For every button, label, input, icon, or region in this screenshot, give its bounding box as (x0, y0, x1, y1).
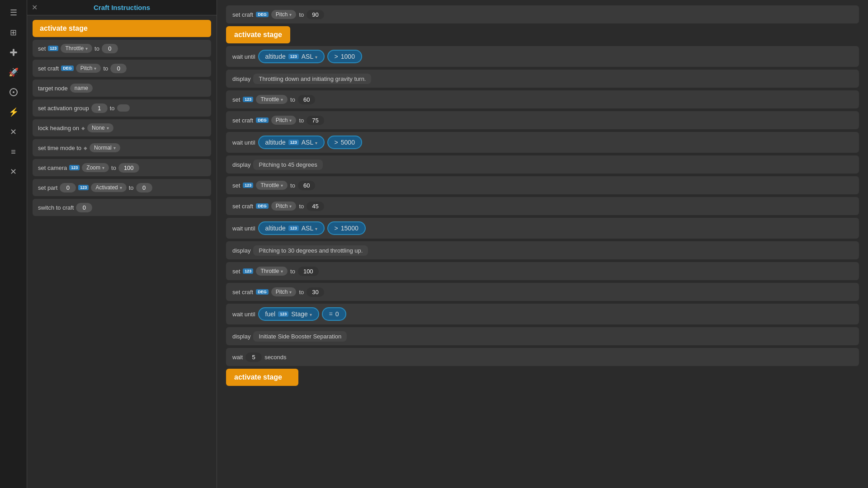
m-throttle-pill1[interactable]: Throttle ▾ (256, 95, 288, 104)
m-pitch-pill2[interactable]: Pitch ▾ (271, 116, 297, 125)
m-pitch-pill4[interactable]: Pitch ▾ (271, 287, 297, 296)
operator-5000[interactable]: > 5000 (327, 136, 362, 149)
m-to3: to (299, 117, 304, 124)
craft-instructions-panel: ✕ Craft Instructions activate stage set … (27, 0, 217, 488)
sidebar-x-icon[interactable]: ✕ (5, 123, 23, 141)
switch-value[interactable]: 0 (76, 203, 92, 212)
m-pitch-val2[interactable]: 75 (307, 116, 324, 125)
panel-title: Craft Instructions (94, 4, 150, 11)
sidebar-menu-icon[interactable]: ☰ (5, 4, 23, 22)
m-set1: set (232, 96, 240, 103)
to-label2: to (103, 65, 108, 72)
m-pitch-val1[interactable]: 90 (307, 10, 324, 19)
activate-stage-block-left[interactable]: activate stage (33, 20, 211, 37)
svg-rect-1 (13, 49, 14, 56)
activation-toggle[interactable] (117, 104, 130, 112)
main-activate-stage[interactable]: activate stage (226, 26, 290, 43)
main-set-pitch-45: set craft DEG Pitch ▾ to 45 (226, 197, 859, 215)
m-throttle-val3[interactable]: 100 (298, 267, 319, 276)
main-content: set craft DEG Pitch ▾ to 90 activate sta… (217, 0, 868, 488)
m-pitch-val4[interactable]: 30 (307, 287, 324, 297)
m-pitch-pill1[interactable]: Pitch ▾ (271, 10, 297, 19)
gt-operator2: > (335, 139, 338, 146)
sidebar-rocket-icon[interactable]: 🚀 (5, 63, 23, 81)
operator-15000[interactable]: > 15000 (327, 221, 366, 235)
part-value2[interactable]: 0 (136, 183, 152, 192)
operator-1000[interactable]: > 1000 (327, 50, 362, 63)
fuel-label: fuel (265, 310, 276, 318)
sidebar-add-icon[interactable] (5, 43, 23, 61)
altitude-label2: altitude (265, 139, 286, 146)
m-pitch-val3[interactable]: 45 (307, 202, 324, 211)
throttle-value[interactable]: 0 (102, 44, 118, 53)
m-pitch-pill3[interactable]: Pitch ▾ (271, 202, 297, 211)
set-camera-block: set camera 123 Zoom ▾ to 100 (33, 159, 211, 176)
camera-to: to (111, 164, 116, 171)
operator-fuel[interactable]: = 0 (322, 307, 346, 321)
sidebar-x2-icon[interactable]: ✕ (5, 163, 23, 181)
set-label: set (38, 45, 46, 52)
activation-value[interactable]: 1 (91, 103, 108, 113)
switch-to-craft-block: switch to craft 0 (33, 199, 211, 216)
value-1000[interactable]: 1000 (341, 53, 355, 60)
asl-param2[interactable]: ASL ▾ (302, 139, 317, 146)
pitch-value[interactable]: 0 (110, 64, 127, 73)
time-mode-label: set time mode to (38, 145, 81, 151)
m-display1: display (232, 75, 250, 82)
m-throttle-pill2[interactable]: Throttle ▾ (256, 181, 288, 190)
name-pill[interactable]: name (70, 84, 93, 93)
sidebar-grid-icon[interactable]: ⊞ (5, 23, 23, 42)
m-throttle-pill3[interactable]: Throttle ▾ (256, 267, 288, 276)
part-value1[interactable]: 0 (60, 183, 76, 192)
activation-label: set activation group (38, 105, 89, 112)
target-node-block: target node name (33, 80, 211, 97)
none-pill[interactable]: None ▾ (87, 123, 113, 132)
zoom-value[interactable]: 100 (118, 163, 139, 173)
m-wait-until3: wait until (232, 225, 255, 232)
main-set-throttle-60a: set 123 Throttle ▾ to 60 (226, 90, 859, 108)
asl-badge2: 123 (288, 140, 299, 145)
m-set2: set (232, 182, 240, 189)
m-deg-badge1: DEG (256, 12, 269, 17)
panel-header: ✕ Craft Instructions (27, 0, 217, 15)
close-button[interactable]: ✕ (32, 3, 38, 12)
asl-param3[interactable]: ASL ▾ (302, 225, 317, 232)
m-wait-until4: wait until (232, 311, 255, 318)
activated-pill[interactable]: Activated ▾ (91, 183, 126, 192)
m-throttle-val1[interactable]: 60 (298, 95, 315, 104)
pitch-badge: DEG (61, 66, 74, 71)
set-activation-block: set activation group 1 to (33, 99, 211, 117)
main-set-pitch-30: set craft DEG Pitch ▾ to 30 (226, 283, 859, 301)
sidebar-bolt-icon[interactable]: ⚡ (5, 103, 23, 121)
sidebar-list-icon[interactable]: ≡ (5, 143, 23, 161)
sidebar-dial-icon[interactable] (5, 83, 23, 101)
stage-param[interactable]: Stage ▾ (291, 310, 311, 318)
altitude-label1: altitude (265, 53, 286, 60)
main-activate-stage-2[interactable]: activate stage (226, 369, 298, 386)
value-15000[interactable]: 15000 (341, 225, 359, 232)
m-throttle-val2[interactable]: 60 (298, 181, 315, 190)
camera-label: set camera (38, 164, 67, 171)
main-wait-until-5000: wait until altitude 123 ASL ▾ > 5000 (226, 132, 859, 153)
asl-param1[interactable]: ASL ▾ (302, 53, 317, 60)
m-wait-value[interactable]: 5 (245, 352, 262, 362)
altitude-condition-5000[interactable]: altitude 123 ASL ▾ (258, 136, 325, 149)
altitude-label3: altitude (265, 225, 286, 232)
throttle-pill[interactable]: Throttle ▾ (61, 44, 92, 53)
m-throttle-badge3: 123 (243, 268, 253, 274)
m-wait-until2: wait until (232, 139, 255, 146)
main-wait-until-15000: wait until altitude 123 ASL ▾ > 15000 (226, 218, 859, 239)
altitude-condition-15000[interactable]: altitude 123 ASL ▾ (258, 221, 325, 235)
set-craft-label: set craft (38, 65, 59, 72)
value-fuel[interactable]: 0 (335, 310, 339, 318)
activation-to: to (110, 105, 115, 112)
activated-badge: 123 (78, 185, 89, 190)
fuel-condition[interactable]: fuel 123 Stage ▾ (258, 307, 319, 321)
pitch-pill[interactable]: Pitch ▾ (76, 64, 101, 73)
altitude-condition-1000[interactable]: altitude 123 ASL ▾ (258, 50, 325, 63)
m-deg-badge4: DEG (256, 289, 269, 295)
m-seconds-label: seconds (264, 354, 286, 361)
value-5000[interactable]: 5000 (341, 139, 355, 146)
zoom-pill[interactable]: Zoom ▾ (82, 163, 109, 172)
normal-pill[interactable]: Normal ▾ (90, 143, 120, 152)
